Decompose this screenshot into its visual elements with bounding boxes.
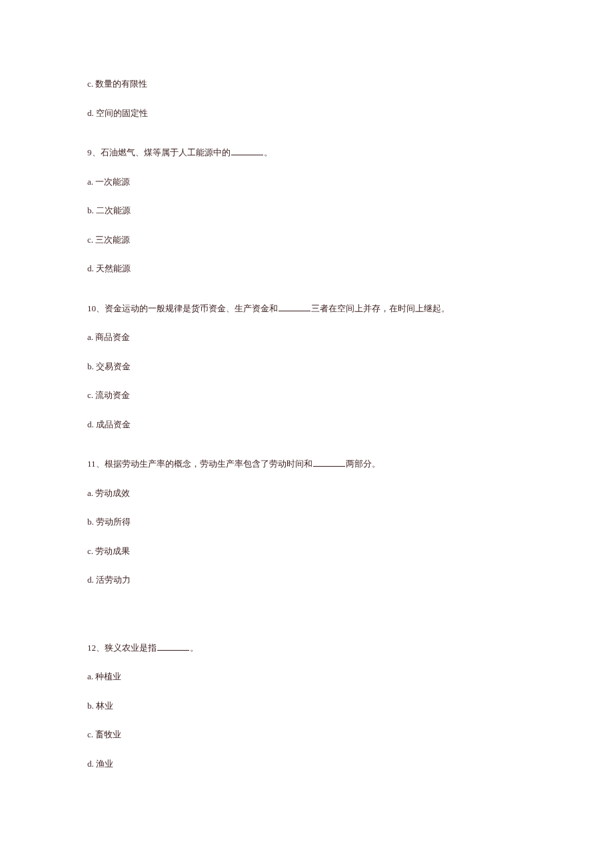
- question-11-option-b: b. 劳动所得: [87, 515, 526, 529]
- question-10-suffix: 三者在空间上并存，在时间上继起。: [311, 303, 450, 313]
- question-12: 12、狭义农业是指。: [87, 641, 526, 655]
- question-10-prefix: 10、资金运动的一般规律是货币资金、生产资金和: [87, 303, 278, 313]
- question-11: 11、根据劳动生产率的概念，劳动生产率包含了劳动时间和两部分。: [87, 457, 526, 471]
- question-12-suffix: 。: [190, 643, 199, 653]
- question-9-prefix: 9、石油燃气、煤等属于人工能源中的: [87, 147, 231, 157]
- question-9: 9、石油燃气、煤等属于人工能源中的。: [87, 146, 526, 159]
- question-9-option-d: d. 天然能源: [87, 262, 526, 275]
- question-12-option-b: b. 林业: [87, 699, 526, 713]
- question-11-option-c: c. 劳动成果: [87, 545, 526, 558]
- blank-11: [313, 466, 345, 467]
- question-11-option-a: a. 劳动成效: [87, 487, 526, 500]
- question-11-option-d: d. 活劳动力: [87, 573, 526, 587]
- blank-12: [157, 650, 189, 651]
- question-12-option-c: c. 畜牧业: [87, 728, 526, 741]
- question-11-prefix: 11、根据劳动生产率的概念，劳动生产率包含了劳动时间和: [87, 459, 312, 469]
- question-10-option-b: b. 交易资金: [87, 360, 526, 373]
- question-12-option-d: d. 渔业: [87, 757, 526, 771]
- orphan-option-d: d. 空间的固定性: [87, 107, 526, 120]
- question-10-option-d: d. 成品资金: [87, 418, 526, 431]
- question-10: 10、资金运动的一般规律是货币资金、生产资金和三者在空间上并存，在时间上继起。: [87, 302, 526, 315]
- question-10-option-c: c. 流动资金: [87, 389, 526, 402]
- question-12-option-a: a. 种植业: [87, 670, 526, 683]
- question-9-option-a: a. 一次能源: [87, 175, 526, 189]
- blank-10: [279, 311, 310, 311]
- blank-9: [231, 155, 263, 155]
- question-9-option-b: b. 二次能源: [87, 204, 526, 217]
- question-11-suffix: 两部分。: [346, 459, 380, 469]
- question-9-option-c: c. 三次能源: [87, 233, 526, 247]
- question-9-suffix: 。: [264, 147, 273, 157]
- question-10-option-a: a. 商品资金: [87, 331, 526, 344]
- question-12-prefix: 12、狭义农业是指: [87, 643, 157, 653]
- orphan-option-c: c. 数量的有限性: [87, 77, 526, 91]
